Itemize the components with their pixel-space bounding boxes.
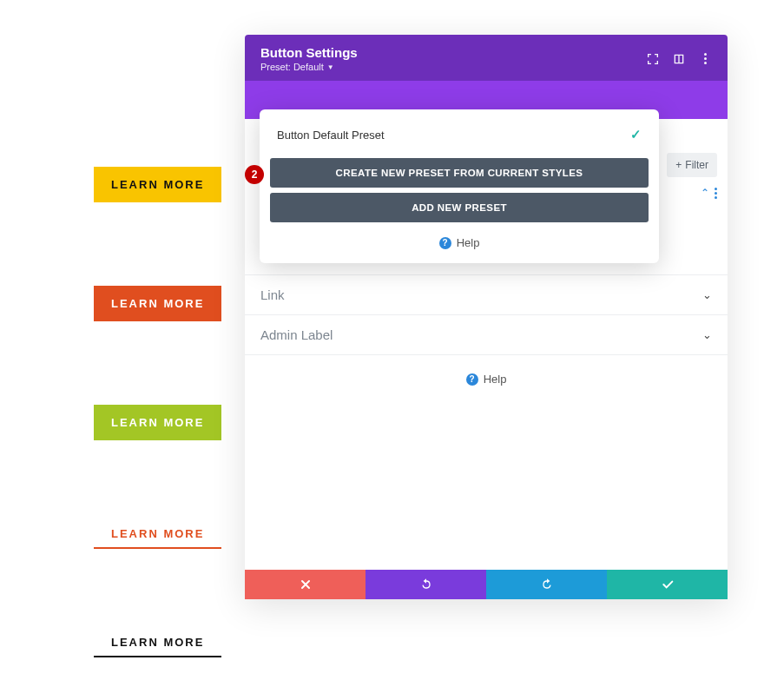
body-help-label: Help: [484, 373, 507, 386]
plus-icon: +: [675, 159, 682, 171]
save-button[interactable]: [607, 570, 728, 599]
undo-icon: [419, 578, 433, 591]
chevron-down-icon: ⌄: [702, 288, 712, 301]
learn-more-text-black[interactable]: LEARN MORE: [94, 632, 221, 657]
kebab-menu-icon[interactable]: [698, 52, 712, 66]
chevron-down-icon: ⌄: [702, 328, 712, 341]
accordion-admin-label[interactable]: Admin Label ⌄: [245, 314, 728, 354]
footer-action-bar: [245, 570, 728, 599]
help-icon: ?: [466, 373, 478, 386]
undo-button[interactable]: [366, 570, 486, 599]
demo-button-column: LEARN MORE LEARN MORE LEARN MORE LEARN M…: [94, 167, 221, 657]
settings-panel: Button Settings Preset: Default ▼ Link ⌄…: [245, 35, 728, 599]
section-controls: ⌃: [701, 187, 717, 199]
preset-dropdown[interactable]: Preset: Default ▼: [260, 62, 358, 72]
chevron-up-icon[interactable]: ⌃: [701, 187, 709, 199]
preset-popover: Button Default Preset ✓ CREATE NEW PRESE…: [260, 109, 659, 263]
close-icon: [299, 578, 313, 591]
panel-title: Button Settings: [260, 45, 358, 60]
learn-more-green[interactable]: LEARN MORE: [94, 405, 221, 440]
redo-button[interactable]: [486, 570, 607, 599]
caret-down-icon: ▼: [327, 63, 334, 71]
preset-row-label: Button Default Preset: [277, 129, 385, 142]
help-icon: ?: [439, 237, 451, 249]
learn-more-orange[interactable]: LEARN MORE: [94, 286, 221, 321]
popover-help-link[interactable]: ? Help: [270, 228, 649, 251]
kebab-menu-small-icon[interactable]: [715, 188, 717, 199]
learn-more-yellow[interactable]: LEARN MORE: [94, 167, 221, 202]
create-preset-button[interactable]: CREATE NEW PRESET FROM CURRENT STYLES: [270, 158, 649, 188]
popover-help-label: Help: [457, 236, 480, 249]
add-preset-button[interactable]: ADD NEW PRESET: [270, 193, 649, 222]
learn-more-text-red[interactable]: LEARN MORE: [94, 524, 221, 549]
accordion-admin-label-text: Admin Label: [260, 327, 333, 342]
cancel-button[interactable]: [245, 570, 366, 599]
step-badge: 2: [245, 165, 264, 184]
preset-label: Preset: Default: [260, 62, 324, 72]
preset-row-default[interactable]: Button Default Preset ✓: [270, 123, 649, 153]
filter-button[interactable]: + Filter: [667, 153, 717, 177]
filter-button-label: Filter: [685, 159, 708, 171]
check-icon: [661, 578, 675, 591]
panel-header: Button Settings Preset: Default ▼: [245, 35, 728, 81]
expand-icon[interactable]: [646, 52, 660, 66]
body-help-link[interactable]: ? Help: [245, 354, 728, 403]
accordion-link[interactable]: Link ⌄: [245, 274, 728, 314]
accordion-link-label: Link: [260, 287, 285, 302]
redo-icon: [540, 578, 554, 591]
check-icon: ✓: [630, 127, 642, 142]
panel-layout-icon[interactable]: [672, 52, 686, 66]
